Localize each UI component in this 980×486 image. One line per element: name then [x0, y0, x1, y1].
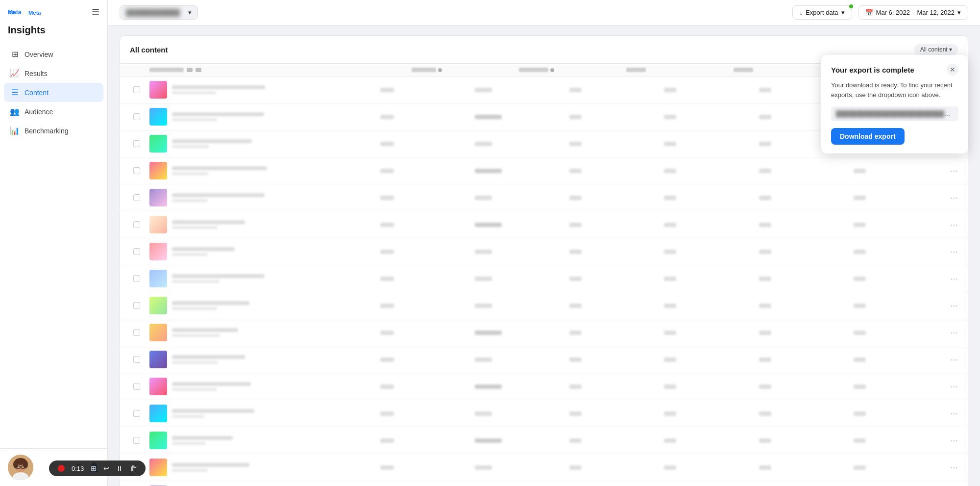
table-row[interactable]: ⋯	[120, 346, 968, 373]
row-col3	[569, 88, 660, 92]
post-date	[172, 145, 209, 148]
sidebar-item-results[interactable]: 📈 Results	[4, 64, 103, 83]
table-row[interactable]: ⋯	[120, 400, 968, 427]
row-col3	[569, 331, 660, 335]
row-type-cell	[380, 223, 471, 227]
sidebar-item-audience[interactable]: 👥 Audience	[4, 102, 103, 121]
meta-wordmark: Meta	[28, 7, 58, 18]
table-row[interactable]: ⋯	[120, 211, 968, 238]
row-checkbox[interactable]	[128, 248, 146, 255]
post-info	[172, 220, 245, 229]
row-checkbox[interactable]	[128, 140, 146, 147]
table-row[interactable]: ⋯	[120, 292, 968, 319]
row-col5	[759, 169, 850, 173]
row-more-actions[interactable]: ⋯	[948, 436, 960, 445]
checkbox-icon	[133, 275, 140, 282]
table-row[interactable]: ⋯	[120, 481, 968, 486]
row-reach-cell	[475, 196, 565, 200]
post-thumbnail	[149, 432, 167, 449]
row-col6	[854, 196, 944, 200]
table-row[interactable]: ⋯	[120, 265, 968, 292]
row-col5	[759, 331, 850, 335]
checkbox-icon	[133, 329, 140, 336]
row-more-actions[interactable]: ⋯	[948, 274, 960, 283]
table-row[interactable]: ⋯	[120, 319, 968, 346]
checkbox-icon	[133, 437, 140, 444]
row-checkbox[interactable]	[128, 383, 146, 390]
row-more-actions[interactable]: ⋯	[948, 355, 960, 364]
avatar	[8, 455, 33, 480]
sidebar-item-benchmarking[interactable]: 📊 Benchmarking	[4, 121, 103, 140]
more-icon: ⋯	[950, 463, 958, 472]
post-title	[172, 382, 251, 386]
row-checkbox[interactable]	[128, 356, 146, 363]
post-thumbnail	[149, 162, 167, 179]
row-col3	[569, 169, 660, 173]
row-checkbox[interactable]	[128, 86, 146, 93]
table-row[interactable]: ⋯	[120, 238, 968, 265]
popup-title: Your export is complete	[831, 66, 914, 74]
row-checkbox[interactable]	[128, 194, 146, 201]
checkbox-icon	[133, 86, 140, 93]
pause-icon[interactable]: ⏸	[116, 464, 123, 472]
sidebar-item-overview[interactable]: ⊞ Overview	[4, 45, 103, 64]
row-col5	[759, 196, 850, 200]
post-date	[172, 307, 217, 310]
row-type-cell	[380, 115, 471, 119]
row-type-cell	[380, 304, 471, 308]
row-more-actions[interactable]: ⋯	[948, 193, 960, 203]
notifications-area: ↓ Export data ▾	[792, 5, 852, 20]
row-more-actions[interactable]: ⋯	[948, 382, 960, 391]
row-checkbox[interactable]	[128, 329, 146, 336]
row-more-actions[interactable]: ⋯	[948, 220, 960, 230]
row-more-actions[interactable]: ⋯	[948, 166, 960, 176]
undo-icon[interactable]: ↩	[103, 464, 109, 472]
row-checkbox[interactable]	[128, 167, 146, 174]
row-reach-cell	[475, 384, 565, 389]
download-export-button[interactable]: Download export	[831, 128, 905, 145]
post-title	[172, 463, 249, 467]
grid-icon[interactable]: ⊞	[91, 464, 97, 472]
page-selector-dropdown[interactable]: ████████████ ▾	[120, 5, 198, 20]
row-col3	[569, 196, 660, 200]
row-more-actions[interactable]: ⋯	[948, 247, 960, 256]
row-checkbox[interactable]	[128, 437, 146, 444]
close-icon: ✕	[950, 66, 956, 74]
row-more-actions[interactable]: ⋯	[948, 463, 960, 472]
row-checkbox[interactable]	[128, 410, 146, 417]
date-range-picker[interactable]: 📅 Mar 6, 2022 – Mar 12, 2022 ▾	[858, 5, 968, 20]
more-icon: ⋯	[950, 275, 958, 283]
row-more-actions[interactable]: ⋯	[948, 301, 960, 310]
table-row[interactable]: ⋯	[120, 157, 968, 184]
export-data-button[interactable]: ↓ Export data ▾	[792, 5, 852, 20]
sidebar-item-content[interactable]: ☰ Content	[4, 83, 103, 102]
delete-icon[interactable]: 🗑	[130, 464, 137, 472]
all-content-filter[interactable]: All content ▾	[914, 44, 958, 55]
table-row[interactable]: ⋯	[120, 373, 968, 400]
top-bar: ████████████ ▾ ↓ Export data ▾ 📅 Mar 6, …	[108, 0, 980, 26]
table-row[interactable]: ⋯	[120, 427, 968, 454]
table-row[interactable]: ⋯	[120, 454, 968, 481]
sidebar-navigation: ⊞ Overview 📈 Results ☰ Content 👥 Audienc…	[0, 43, 107, 448]
popup-close-button[interactable]: ✕	[947, 64, 958, 76]
row-checkbox[interactable]	[128, 275, 146, 282]
post-title	[172, 85, 265, 89]
row-more-actions[interactable]: ⋯	[948, 328, 960, 337]
post-info	[172, 85, 265, 94]
row-col4	[664, 169, 755, 173]
row-more-actions[interactable]: ⋯	[948, 409, 960, 418]
checkbox-icon	[133, 356, 140, 363]
row-col5	[759, 358, 850, 362]
post-info	[172, 355, 245, 364]
post-title	[172, 139, 252, 143]
hamburger-menu-button[interactable]: ☰	[92, 7, 99, 18]
row-checkbox[interactable]	[128, 221, 146, 228]
svg-point-7	[13, 460, 18, 468]
table-row[interactable]: ⋯	[120, 184, 968, 211]
row-checkbox[interactable]	[128, 302, 146, 309]
row-reach-cell	[475, 169, 565, 173]
post-date	[172, 172, 208, 175]
main-content: ████████████ ▾ ↓ Export data ▾ 📅 Mar 6, …	[108, 0, 980, 486]
post-date	[172, 388, 217, 391]
row-checkbox[interactable]	[128, 113, 146, 120]
